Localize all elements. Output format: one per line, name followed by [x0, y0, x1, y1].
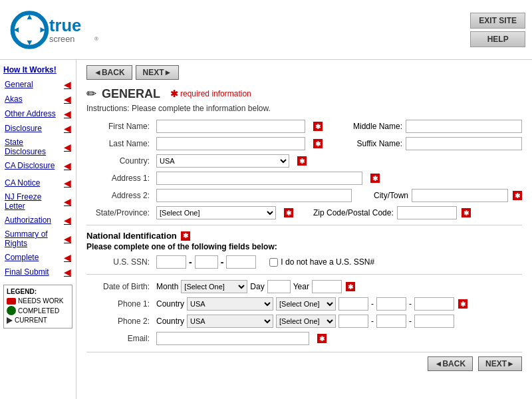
help-button[interactable]: HELP: [470, 31, 525, 47]
state-zip-row: State/Province: [Select One] ✱ Zip Code/…: [86, 206, 522, 219]
first-name-input[interactable]: [156, 120, 305, 133]
back-arrow-icon: ◄: [94, 68, 102, 77]
how-it-works-link[interactable]: How It Works!: [3, 65, 72, 74]
phone2-area-input[interactable]: [338, 315, 368, 328]
suffix-input[interactable]: [406, 137, 522, 150]
phone1-country-select[interactable]: USA: [187, 297, 273, 311]
dob-label: Date of Birth:: [86, 282, 150, 291]
sidebar-item-other-address[interactable]: Other Address ◀: [3, 106, 72, 121]
phone2-prefix-input[interactable]: [376, 315, 406, 328]
ssn-part2-input[interactable]: [195, 255, 218, 269]
exit-site-button[interactable]: EXIT SITE: [470, 13, 525, 29]
phone1-number-input[interactable]: [414, 297, 454, 311]
sidebar-item-label: General: [5, 80, 33, 89]
required-text: required information: [180, 89, 251, 98]
sidebar-item-nj-freeze[interactable]: NJ Freeze Letter ◀: [3, 190, 72, 213]
phone1-dash-1: -: [371, 299, 374, 309]
sidebar-item-final-submit[interactable]: Final Submit ◀: [3, 265, 72, 279]
sidebar-item-authorization[interactable]: Authorization ◀: [3, 213, 72, 227]
no-ssn-checkbox[interactable]: [269, 258, 278, 267]
sidebar-item-general[interactable]: General ◀: [3, 77, 72, 92]
top-nav-buttons: ◄ BACK NEXT ►: [86, 65, 522, 80]
back-button-top[interactable]: ◄ BACK: [86, 65, 132, 80]
country-select[interactable]: USA: [156, 154, 289, 168]
next-arrow-icon: ►: [164, 68, 172, 77]
sidebar-item-label: NJ Freeze Letter: [5, 192, 64, 211]
address1-row: Address 1: ✱: [86, 172, 522, 185]
required-star-icon: ✱: [170, 88, 178, 99]
sidebar-item-akas[interactable]: Akas ◀: [3, 92, 72, 106]
email-required-icon: ✱: [317, 334, 327, 343]
ssn-dash-1: -: [189, 257, 192, 267]
address2-input[interactable]: [156, 189, 352, 202]
sidebar-item-summary-of-rights[interactable]: Summary of Rights ◀: [3, 227, 72, 250]
last-name-input[interactable]: [156, 137, 305, 150]
back-arrow-bottom-icon: ◄: [435, 359, 443, 368]
state-select[interactable]: [Select One]: [156, 206, 276, 219]
phone2-type-select[interactable]: [Select One]: [276, 315, 336, 328]
address1-input[interactable]: [156, 172, 362, 185]
legend: LEGEND: NEEDS WORK COMPLETED CURRENT: [3, 285, 72, 329]
needs-work-icon: ◀: [64, 160, 71, 171]
city-required-icon: ✱: [513, 191, 522, 200]
needs-work-icon: ◀: [64, 252, 71, 263]
phone1-type-select[interactable]: [Select One]: [276, 297, 336, 311]
sidebar-item-label: Final Submit: [5, 267, 49, 277]
phone2-label: Phone 2:: [86, 317, 150, 326]
dob-required-icon: ✱: [346, 282, 355, 291]
dob-group: Month [Select One] JanuaryFebruaryMarch …: [156, 280, 355, 293]
dob-month-select[interactable]: [Select One] JanuaryFebruaryMarch AprilM…: [181, 280, 247, 293]
address2-label: Address 2:: [86, 191, 150, 200]
needs-work-icon: ◀: [64, 142, 71, 152]
sidebar-item-disclosure[interactable]: Disclosure ◀: [3, 121, 72, 136]
next-label: NEXT: [143, 68, 164, 77]
sidebar-item-complete[interactable]: Complete ◀: [3, 250, 72, 265]
address2-row: Address 2: City/Town ✱: [86, 189, 522, 202]
needs-work-icon: ◀: [64, 79, 71, 90]
dob-day-input[interactable]: [267, 280, 291, 293]
sidebar-item-ca-disclosure[interactable]: CA Disclosure ◀: [3, 158, 72, 173]
header: true screen ® EXIT SITE HELP: [0, 0, 532, 60]
sidebar-item-label: Disclosure: [5, 124, 42, 133]
middle-name-group: Middle Name:: [342, 120, 522, 133]
name-row: First Name: ✱ Middle Name:: [86, 120, 522, 133]
needs-work-icon: ◀: [64, 196, 71, 207]
ssn-part3-input[interactable]: [226, 255, 256, 269]
zip-label: Zip Code/Postal Code:: [313, 208, 394, 217]
next-button-bottom[interactable]: NEXT ►: [478, 356, 522, 371]
phone2-row: Phone 2: Country USA [Select One] - -: [86, 315, 522, 328]
needs-work-icon: ◀: [64, 94, 71, 104]
needs-work-icon: ◀: [64, 267, 71, 277]
main-layout: How It Works! General ◀ Akas ◀ Other Add…: [0, 60, 532, 399]
phone2-country-select[interactable]: USA: [187, 315, 273, 328]
sidebar-item-state-disclosures[interactable]: State Disclosures ◀: [3, 136, 72, 158]
email-input[interactable]: [156, 332, 309, 345]
svg-text:true: true: [49, 15, 81, 34]
instructions: Instructions: Please complete the inform…: [86, 104, 522, 113]
legend-needs-work-icon: [7, 298, 16, 305]
phone1-area-input[interactable]: [338, 297, 368, 311]
page-title-row: ✏ GENERAL ✱ required information: [86, 86, 522, 101]
dob-month-label: Month: [156, 282, 178, 291]
country-row: Country: USA ✱: [86, 154, 522, 168]
phone1-country-label: Country: [156, 299, 184, 309]
ssn-part1-input[interactable]: [156, 255, 186, 269]
next-button-top[interactable]: NEXT ►: [136, 65, 180, 80]
last-name-label: Last Name:: [86, 139, 150, 148]
svg-point-5: [19, 19, 40, 41]
state-label: State/Province:: [86, 208, 150, 217]
dob-year-input[interactable]: [312, 280, 342, 293]
sidebar-item-ca-notice[interactable]: CA Notice ◀: [3, 176, 72, 190]
sidebar: How It Works! General ◀ Akas ◀ Other Add…: [0, 60, 76, 399]
zip-input[interactable]: [397, 206, 457, 219]
back-button-bottom[interactable]: ◄ BACK: [428, 356, 473, 371]
zip-group: Zip Code/Postal Code: ✱: [313, 206, 471, 219]
city-input[interactable]: [412, 189, 508, 202]
suffix-group: Suffix Name:: [342, 137, 522, 150]
middle-name-input[interactable]: [406, 120, 522, 133]
zip-required-icon: ✱: [462, 208, 471, 217]
legend-current: CURRENT: [7, 317, 69, 324]
next-arrow-bottom-icon: ►: [507, 359, 515, 368]
phone1-prefix-input[interactable]: [376, 297, 406, 311]
phone2-number-input[interactable]: [414, 315, 454, 328]
